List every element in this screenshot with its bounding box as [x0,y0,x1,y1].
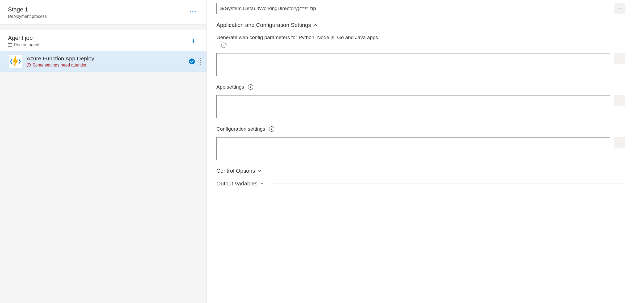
webconfig-label: Generate web.config parameters for Pytho… [216,35,625,40]
stage-info: Stage 1 Deployment process [8,6,47,19]
info-icon[interactable]: i [248,84,253,90]
webconfig-edit-button[interactable]: ··· [614,53,625,64]
task-title: Azure Function App Deploy: [27,55,184,62]
appsettings-input[interactable] [216,95,610,118]
webconfig-label-block: Generate web.config parameters for Pytho… [216,35,625,48]
svg-marker-0 [12,56,18,67]
more-actions-icon[interactable]: ··· [188,6,199,17]
chevron-down-icon [258,169,262,173]
chevron-down-icon [260,182,264,185]
section-divider [324,25,625,25]
section-control-options[interactable]: Control Options [216,168,625,174]
add-task-button[interactable]: + [188,36,199,46]
info-icon[interactable]: i [269,126,274,132]
drag-handle-icon[interactable] [199,58,201,65]
browse-package-button[interactable]: ··· [614,3,625,14]
webconfig-row: ··· [216,53,625,76]
stage-title: Stage 1 [8,6,47,13]
svg-point-3 [28,66,29,67]
job-info: Agent job Run on agent [8,35,39,47]
section-control-options-title: Control Options [216,168,255,174]
job-title: Agent job [8,35,39,41]
job-subtitle: Run on agent [8,43,39,47]
section-divider [270,184,625,184]
configsettings-input[interactable] [216,137,610,160]
task-actions [189,58,201,65]
configsettings-label-row: Configuration settings i [216,126,625,132]
appsettings-label: App settings [216,84,244,90]
configsettings-edit-button[interactable]: ··· [614,137,625,148]
chevron-up-icon [314,23,317,27]
left-panel: Stage 1 Deployment process ··· Agent job… [0,0,207,303]
configsettings-row: ··· [216,137,625,160]
right-panel: ··· Application and Configuration Settin… [207,0,644,303]
agent-icon [8,43,12,47]
job-header[interactable]: Agent job Run on agent + [0,30,207,51]
warning-icon [27,63,31,67]
task-warning: Some settings need attention [27,63,184,68]
task-warning-text: Some settings need attention [32,63,87,68]
configsettings-label: Configuration settings [216,126,265,132]
appsettings-edit-button[interactable]: ··· [614,95,625,106]
appsettings-label-row: App settings i [216,84,625,90]
task-row[interactable]: Azure Function App Deploy: Some settings… [0,51,207,72]
job-subtitle-text: Run on agent [14,43,39,47]
azure-function-icon [9,55,22,68]
stage-subtitle: Deployment process [8,14,47,19]
section-divider [268,171,625,171]
package-path-row: ··· [216,3,625,14]
task-enabled-icon[interactable] [189,59,195,64]
svg-point-4 [189,59,195,64]
info-icon[interactable]: i [221,43,226,48]
section-output-variables[interactable]: Output Variables [216,180,625,187]
package-path-input[interactable] [216,3,610,14]
webconfig-input[interactable] [216,53,610,76]
task-content: Azure Function App Deploy: Some settings… [27,55,184,68]
stage-header[interactable]: Stage 1 Deployment process ··· [0,0,207,24]
appsettings-row: ··· [216,95,625,118]
section-app-config-title: Application and Configuration Settings [216,22,311,28]
section-app-config[interactable]: Application and Configuration Settings [216,22,625,28]
section-output-variables-title: Output Variables [216,180,258,187]
